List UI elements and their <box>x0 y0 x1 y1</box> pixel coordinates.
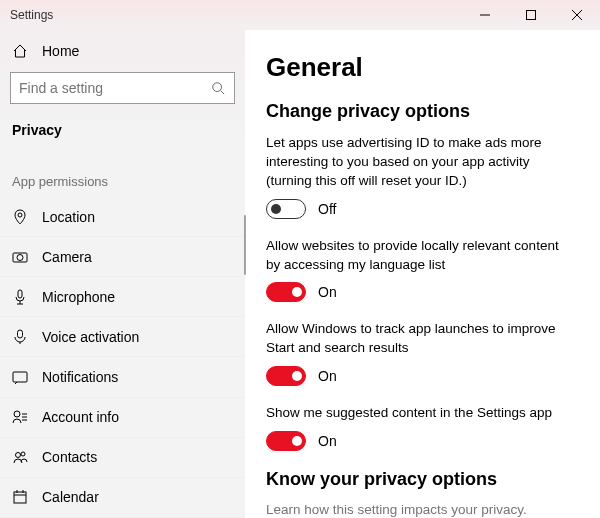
sidebar-item-label: Location <box>42 209 95 225</box>
svg-point-12 <box>14 411 20 417</box>
scroll-indicator <box>245 30 246 518</box>
home-label: Home <box>42 43 79 59</box>
svg-rect-15 <box>14 492 26 503</box>
app-permissions-label: App permissions <box>0 156 245 197</box>
close-icon <box>572 10 582 20</box>
app-title: Settings <box>0 8 53 22</box>
sidebar-item-label: Voice activation <box>42 329 139 345</box>
option-text: Let apps use advertising ID to make ads … <box>266 134 576 191</box>
account-info-icon <box>12 409 28 425</box>
maximize-icon <box>526 10 536 20</box>
sidebar-item-label: Notifications <box>42 369 118 385</box>
microphone-icon <box>12 289 28 305</box>
svg-point-6 <box>18 213 22 217</box>
location-icon <box>12 209 28 225</box>
svg-point-8 <box>17 254 23 260</box>
sidebar-item-camera[interactable]: Camera <box>0 237 245 277</box>
home-button[interactable]: Home <box>0 30 245 72</box>
minimize-button[interactable] <box>462 0 508 30</box>
svg-point-13 <box>16 453 21 458</box>
sidebar-item-voice-activation[interactable]: Voice activation <box>0 317 245 357</box>
contacts-icon <box>12 449 28 465</box>
minimize-icon <box>480 10 490 20</box>
toggle-state-label: On <box>318 433 337 449</box>
search-icon <box>202 81 234 95</box>
titlebar: Settings <box>0 0 600 30</box>
sidebar-item-label: Camera <box>42 249 92 265</box>
sidebar-item-account-info[interactable]: Account info <box>0 398 245 438</box>
close-button[interactable] <box>554 0 600 30</box>
main-content: General Change privacy options Let apps … <box>246 30 600 518</box>
search-box[interactable] <box>10 72 235 104</box>
sidebar-item-microphone[interactable]: Microphone <box>0 277 245 317</box>
privacy-options-heading: Change privacy options <box>266 101 576 122</box>
toggle-state-label: Off <box>318 201 336 217</box>
svg-point-4 <box>213 83 222 92</box>
sidebar-item-contacts[interactable]: Contacts <box>0 438 245 478</box>
language-list-toggle[interactable] <box>266 282 306 302</box>
notifications-icon <box>12 369 28 385</box>
svg-point-14 <box>21 452 25 456</box>
know-heading: Know your privacy options <box>266 469 576 490</box>
toggle-state-label: On <box>318 368 337 384</box>
svg-rect-10 <box>18 330 23 338</box>
calendar-icon <box>12 489 28 505</box>
sidebar-item-notifications[interactable]: Notifications <box>0 357 245 397</box>
advertising-id-toggle[interactable] <box>266 199 306 219</box>
option-text: Allow Windows to track app launches to i… <box>266 320 576 358</box>
sidebar: Home Privacy App permissions Location <box>0 30 245 518</box>
search-input[interactable] <box>11 73 202 103</box>
sidebar-item-label: Calendar <box>42 489 99 505</box>
maximize-button[interactable] <box>508 0 554 30</box>
camera-icon <box>12 249 28 265</box>
svg-line-5 <box>221 91 225 95</box>
sidebar-item-label: Account info <box>42 409 119 425</box>
svg-rect-1 <box>527 11 536 20</box>
svg-rect-11 <box>13 372 27 382</box>
sidebar-item-label: Contacts <box>42 449 97 465</box>
svg-rect-9 <box>18 290 22 298</box>
toggle-state-label: On <box>318 284 337 300</box>
sidebar-item-calendar[interactable]: Calendar <box>0 478 245 518</box>
current-category: Privacy <box>0 114 245 156</box>
sidebar-item-location[interactable]: Location <box>0 197 245 237</box>
option-text: Allow websites to provide locally releva… <box>266 237 576 275</box>
option-text: Show me suggested content in the Setting… <box>266 404 576 423</box>
voice-activation-icon <box>12 329 28 345</box>
page-title: General <box>266 52 576 83</box>
suggested-content-toggle[interactable] <box>266 431 306 451</box>
home-icon <box>12 43 28 59</box>
know-subtext: Learn how this setting impacts your priv… <box>266 502 576 517</box>
app-launches-toggle[interactable] <box>266 366 306 386</box>
sidebar-item-label: Microphone <box>42 289 115 305</box>
